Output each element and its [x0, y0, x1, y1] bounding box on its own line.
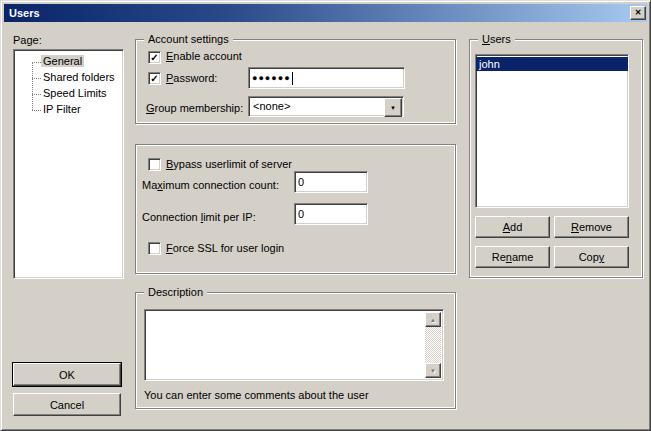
group-membership-label: Group membership:	[146, 102, 243, 115]
connection-limit-per-ip-label: Connection limit per IP:	[142, 211, 256, 224]
force-ssl-label: Force SSL for user login	[166, 242, 284, 255]
add-user-button[interactable]: Add	[475, 216, 550, 238]
tree-item-general[interactable]: General	[14, 54, 123, 70]
connection-limit-per-ip-input[interactable]: 0	[294, 203, 368, 225]
chevron-down-icon: ▼	[390, 105, 396, 111]
close-icon: ✕	[635, 9, 642, 17]
remove-user-button[interactable]: Remove	[554, 216, 629, 238]
window-title: Users	[4, 4, 40, 22]
password-value: ●●●●●●	[252, 73, 291, 83]
max-connection-count-input[interactable]: 0	[294, 171, 368, 193]
bypass-userlimit-label: Bypass userlimit of server	[166, 158, 292, 171]
tree-item-label[interactable]: Shared folders	[41, 71, 117, 83]
list-item-john[interactable]: john	[476, 57, 628, 71]
tree-connector	[32, 94, 41, 95]
scroll-up-button[interactable]: ▲	[425, 312, 441, 327]
password-input[interactable]: ●●●●●●	[248, 67, 405, 89]
dropdown-button[interactable]: ▼	[384, 98, 402, 117]
tree-item-label[interactable]: General	[41, 55, 84, 67]
description-text[interactable]	[147, 312, 424, 378]
enable-account-label: Enable account	[166, 50, 242, 63]
titlebar[interactable]: Users	[4, 4, 647, 22]
triangle-down-icon: ▼	[430, 368, 436, 374]
triangle-up-icon: ▲	[430, 317, 436, 323]
description-hint: You can enter some comments about the us…	[144, 389, 369, 402]
description-title: Description	[144, 286, 207, 299]
tree-connector	[32, 110, 41, 111]
description-textarea[interactable]: ▲ ▼	[144, 309, 444, 381]
group-membership-value: <none>	[253, 100, 290, 112]
text-caret	[292, 72, 293, 85]
users-listbox[interactable]: john	[475, 54, 629, 208]
tree-connector	[32, 78, 41, 79]
scrollbar-track[interactable]	[425, 327, 441, 363]
tree-item-speed-limits[interactable]: Speed Limits	[14, 86, 123, 102]
group-membership-select[interactable]: <none> ▼	[248, 96, 404, 117]
password-label: Password:	[166, 72, 217, 85]
max-connection-count-label: Maximum connection count:	[142, 179, 279, 192]
page-tree[interactable]: General Shared folders Speed Limits IP F…	[13, 49, 124, 279]
password-checkbox[interactable]: ✓	[148, 72, 161, 85]
bypass-userlimit-checkbox[interactable]	[148, 158, 161, 171]
check-icon: ✓	[150, 53, 158, 63]
description-scrollbar[interactable]: ▲ ▼	[425, 312, 441, 378]
tree-item-ip-filter[interactable]: IP Filter	[14, 102, 123, 118]
copy-user-button[interactable]: Copy	[554, 246, 629, 268]
page-label: Page:	[13, 34, 42, 47]
tree-connector	[32, 62, 41, 63]
tree-item-shared-folders[interactable]: Shared folders	[14, 70, 123, 86]
check-icon: ✓	[150, 74, 158, 84]
users-group-title: Users	[478, 33, 515, 46]
close-button[interactable]: ✕	[630, 6, 646, 20]
rename-user-button[interactable]: Rename	[475, 246, 550, 268]
ok-button[interactable]: OK	[13, 363, 121, 386]
tree-item-label[interactable]: IP Filter	[41, 103, 83, 115]
account-settings-title: Account settings	[144, 33, 233, 46]
scroll-down-button[interactable]: ▼	[425, 363, 441, 378]
tree-item-label[interactable]: Speed Limits	[41, 87, 109, 99]
enable-account-checkbox[interactable]: ✓	[148, 51, 161, 64]
users-dialog: Users ✕ Page: General Shared folders Spe…	[0, 0, 651, 431]
cancel-button[interactable]: Cancel	[13, 393, 121, 416]
force-ssl-checkbox[interactable]	[148, 242, 161, 255]
